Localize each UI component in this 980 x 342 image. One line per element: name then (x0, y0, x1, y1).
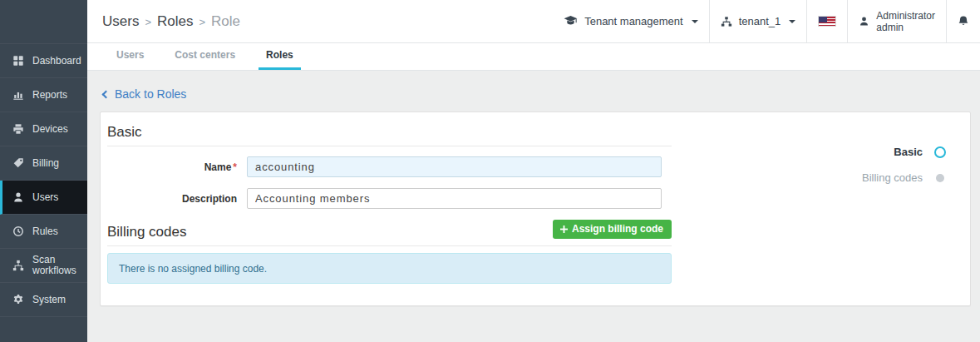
breadcrumb-roles[interactable]: Roles (157, 13, 193, 30)
reports-chart-icon (12, 89, 25, 101)
scrollspy-active-ring-icon (933, 146, 947, 158)
plus-icon (560, 226, 568, 233)
name-field-row: Name* (107, 156, 672, 177)
sidebar-item-system[interactable]: System (0, 283, 87, 317)
tenant-selector-dropdown[interactable]: tenant_1 (709, 0, 807, 42)
tab-roles[interactable]: Roles (259, 43, 301, 70)
graduation-cap-icon (564, 16, 578, 27)
tab-users[interactable]: Users (109, 43, 151, 70)
breadcrumb-role: Role (211, 13, 240, 30)
notifications-button[interactable] (946, 0, 980, 42)
scrollspy-item-basic[interactable]: Basic (862, 146, 947, 158)
basic-form: Name* Description (107, 146, 672, 209)
sidebar-item-dashboard[interactable]: Dashboard (0, 44, 87, 78)
app-root: Dashboard Reports Devices Billing Users (0, 0, 980, 342)
user-menu[interactable]: Administrator admin (847, 0, 946, 42)
sidebar-item-reports[interactable]: Reports (0, 78, 87, 112)
page-content: Back to Roles Basic Name* (87, 71, 980, 342)
tab-cost-centers[interactable]: Cost centers (167, 43, 243, 70)
scrollspy-item-billing-codes[interactable]: Billing codes (862, 171, 947, 184)
sidebar-item-devices[interactable]: Devices (0, 112, 87, 146)
billing-codes-section-header: Billing codes Assign billing code (107, 220, 672, 246)
basic-section-header: Basic (107, 124, 672, 146)
scrollspy-billing-codes-label: Billing codes (862, 171, 923, 184)
sidebar-item-label: Devices (32, 124, 68, 135)
tenant-label: tenant_1 (739, 15, 781, 27)
sidebar-top-spacer (0, 0, 87, 44)
sidebar: Dashboard Reports Devices Billing Users (0, 0, 87, 342)
assign-billing-code-button[interactable]: Assign billing code (553, 220, 672, 239)
user-person-icon (859, 16, 869, 27)
user-name-line1: Administrator (876, 10, 935, 22)
chevron-down-icon (692, 20, 698, 23)
language-selector[interactable] (806, 0, 847, 42)
section-scrollspy: Basic Billing codes (862, 146, 947, 197)
sidebar-item-label: Dashboard (32, 56, 81, 67)
us-flag-icon (818, 16, 836, 27)
scan-workflows-sitemap-icon (12, 260, 25, 271)
name-label: Name* (107, 161, 247, 173)
main-column: Users > Roles > Role Tenant management (87, 0, 980, 342)
breadcrumb-separator: > (199, 14, 205, 28)
dashboard-grid-icon (12, 55, 25, 67)
basic-section-title: Basic (107, 124, 142, 141)
chevron-left-icon (102, 91, 111, 99)
rules-clock-icon (12, 226, 25, 237)
section-tabs: Users Cost centers Roles (87, 43, 980, 71)
sidebar-item-users[interactable]: Users (0, 181, 87, 215)
assign-billing-code-label: Assign billing code (572, 223, 663, 235)
back-link-label: Back to Roles (115, 87, 186, 101)
required-asterisk: * (233, 161, 237, 173)
tenant-management-dropdown[interactable]: Tenant management (553, 0, 709, 42)
sidebar-item-label: System (32, 295, 66, 305)
scrollspy-basic-label: Basic (894, 146, 923, 158)
description-field-row: Description (107, 188, 672, 209)
breadcrumb-users[interactable]: Users (102, 13, 139, 30)
sidebar-item-label: Scan workflows (32, 255, 81, 276)
sidebar-item-rules[interactable]: Rules (0, 215, 87, 249)
billing-codes-section-title: Billing codes (107, 224, 186, 240)
breadcrumb: Users > Roles > Role (87, 0, 553, 42)
user-name-line2: admin (876, 22, 935, 33)
devices-printer-icon (12, 123, 25, 135)
tenant-management-label: Tenant management (584, 15, 683, 27)
sidebar-item-billing[interactable]: Billing (0, 146, 87, 181)
scrollspy-inactive-dot-icon (933, 174, 947, 182)
description-input[interactable] (247, 188, 662, 209)
role-form: Basic Name* Description (107, 124, 672, 284)
header-controls: Tenant management tenant_1 (553, 0, 980, 42)
sidebar-item-label: Rules (32, 226, 58, 237)
breadcrumb-separator: > (145, 14, 151, 28)
name-input[interactable] (247, 156, 662, 177)
role-detail-card: Basic Name* Description (100, 112, 971, 306)
no-billing-code-alert: There is no assigned billing code. (107, 253, 672, 284)
back-to-roles-link[interactable]: Back to Roles (103, 87, 186, 101)
top-header: Users > Roles > Role Tenant management (87, 0, 980, 43)
chevron-down-icon (789, 20, 795, 23)
sidebar-item-scan-workflows[interactable]: Scan workflows (0, 249, 87, 283)
bell-icon (958, 15, 969, 27)
tenant-sitemap-icon (721, 16, 732, 27)
users-person-icon (12, 191, 25, 203)
sidebar-item-label: Users (32, 192, 58, 203)
system-gear-icon (12, 294, 25, 305)
sidebar-item-label: Reports (32, 90, 67, 101)
billing-tag-icon (12, 157, 25, 169)
sidebar-item-label: Billing (32, 158, 59, 169)
user-name: Administrator admin (876, 10, 935, 33)
description-label: Description (107, 193, 247, 205)
